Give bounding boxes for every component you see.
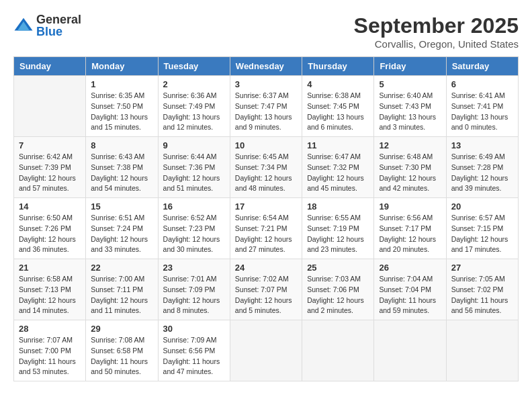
logo-general-text: General bbox=[36, 13, 81, 26]
calendar-day-cell: 22Sunrise: 7:00 AMSunset: 7:11 PMDayligh… bbox=[86, 259, 158, 320]
calendar-week-row: 7Sunrise: 6:42 AMSunset: 7:39 PMDaylight… bbox=[14, 137, 519, 198]
location-title: Corvallis, Oregon, United States bbox=[354, 38, 519, 50]
calendar-day-cell: 28Sunrise: 7:07 AMSunset: 7:00 PMDayligh… bbox=[14, 320, 86, 381]
day-number: 6 bbox=[451, 79, 513, 89]
day-info: Sunrise: 7:02 AMSunset: 7:07 PMDaylight:… bbox=[235, 274, 297, 316]
day-info: Sunrise: 6:55 AMSunset: 7:19 PMDaylight:… bbox=[307, 213, 369, 255]
day-number: 2 bbox=[163, 79, 225, 89]
day-info: Sunrise: 6:37 AMSunset: 7:47 PMDaylight:… bbox=[235, 91, 297, 133]
day-number: 19 bbox=[379, 201, 441, 212]
day-info: Sunrise: 6:45 AMSunset: 7:34 PMDaylight:… bbox=[235, 152, 297, 194]
day-number: 27 bbox=[451, 263, 513, 273]
day-info: Sunrise: 6:41 AMSunset: 7:41 PMDaylight:… bbox=[451, 91, 513, 133]
logo-text: General Blue bbox=[36, 13, 81, 38]
day-number: 17 bbox=[235, 201, 297, 212]
day-info: Sunrise: 7:00 AMSunset: 7:11 PMDaylight:… bbox=[91, 274, 152, 316]
weekday-header: Sunday bbox=[14, 57, 86, 76]
calendar-day-cell: 24Sunrise: 7:02 AMSunset: 7:07 PMDayligh… bbox=[230, 259, 302, 320]
calendar-day-cell: 19Sunrise: 6:56 AMSunset: 7:17 PMDayligh… bbox=[374, 198, 446, 259]
calendar-day-cell: 5Sunrise: 6:40 AMSunset: 7:43 PMDaylight… bbox=[374, 76, 446, 137]
day-info: Sunrise: 6:56 AMSunset: 7:17 PMDaylight:… bbox=[379, 213, 441, 255]
day-info: Sunrise: 6:43 AMSunset: 7:38 PMDaylight:… bbox=[91, 152, 152, 194]
calendar-day-cell: 11Sunrise: 6:47 AMSunset: 7:32 PMDayligh… bbox=[302, 137, 374, 198]
weekday-header: Wednesday bbox=[230, 57, 302, 76]
calendar-day-cell bbox=[374, 320, 446, 381]
day-number: 1 bbox=[91, 79, 152, 89]
calendar-day-cell: 13Sunrise: 6:49 AMSunset: 7:28 PMDayligh… bbox=[446, 137, 518, 198]
weekday-header: Monday bbox=[86, 57, 158, 76]
weekday-header: Saturday bbox=[446, 57, 518, 76]
day-info: Sunrise: 6:49 AMSunset: 7:28 PMDaylight:… bbox=[451, 152, 513, 194]
day-number: 12 bbox=[379, 140, 441, 150]
calendar-day-cell: 18Sunrise: 6:55 AMSunset: 7:19 PMDayligh… bbox=[302, 198, 374, 259]
calendar-day-cell: 10Sunrise: 6:45 AMSunset: 7:34 PMDayligh… bbox=[230, 137, 302, 198]
calendar-day-cell: 26Sunrise: 7:04 AMSunset: 7:04 PMDayligh… bbox=[374, 259, 446, 320]
day-number: 30 bbox=[163, 324, 225, 334]
day-info: Sunrise: 7:09 AMSunset: 6:56 PMDaylight:… bbox=[163, 335, 225, 377]
calendar-day-cell: 23Sunrise: 7:01 AMSunset: 7:09 PMDayligh… bbox=[158, 259, 230, 320]
day-number: 8 bbox=[91, 140, 152, 150]
day-number: 23 bbox=[163, 263, 225, 273]
calendar-day-cell bbox=[302, 320, 374, 381]
calendar-day-cell: 17Sunrise: 6:54 AMSunset: 7:21 PMDayligh… bbox=[230, 198, 302, 259]
logo-icon bbox=[13, 15, 34, 36]
day-number: 4 bbox=[307, 79, 369, 89]
logo-blue-text: Blue bbox=[36, 26, 81, 38]
day-info: Sunrise: 6:52 AMSunset: 7:23 PMDaylight:… bbox=[163, 213, 225, 255]
calendar-week-row: 21Sunrise: 6:58 AMSunset: 7:13 PMDayligh… bbox=[14, 259, 519, 320]
day-info: Sunrise: 6:50 AMSunset: 7:26 PMDaylight:… bbox=[19, 213, 81, 255]
day-number: 24 bbox=[235, 263, 297, 273]
day-number: 15 bbox=[91, 201, 152, 212]
day-info: Sunrise: 7:04 AMSunset: 7:04 PMDaylight:… bbox=[379, 274, 441, 316]
calendar-day-cell: 6Sunrise: 6:41 AMSunset: 7:41 PMDaylight… bbox=[446, 76, 518, 137]
day-info: Sunrise: 6:44 AMSunset: 7:36 PMDaylight:… bbox=[163, 152, 225, 194]
day-info: Sunrise: 6:38 AMSunset: 7:45 PMDaylight:… bbox=[307, 91, 369, 133]
calendar-day-cell: 16Sunrise: 6:52 AMSunset: 7:23 PMDayligh… bbox=[158, 198, 230, 259]
day-info: Sunrise: 6:54 AMSunset: 7:21 PMDaylight:… bbox=[235, 213, 297, 255]
day-info: Sunrise: 7:07 AMSunset: 7:00 PMDaylight:… bbox=[19, 335, 81, 377]
day-info: Sunrise: 7:05 AMSunset: 7:02 PMDaylight:… bbox=[451, 274, 513, 316]
day-number: 5 bbox=[379, 79, 441, 89]
calendar-header-row: SundayMondayTuesdayWednesdayThursdayFrid… bbox=[14, 57, 519, 76]
day-info: Sunrise: 7:03 AMSunset: 7:06 PMDaylight:… bbox=[307, 274, 369, 316]
calendar-day-cell bbox=[446, 320, 518, 381]
weekday-header: Friday bbox=[374, 57, 446, 76]
calendar-week-row: 1Sunrise: 6:35 AMSunset: 7:50 PMDaylight… bbox=[14, 76, 519, 137]
day-info: Sunrise: 7:08 AMSunset: 6:58 PMDaylight:… bbox=[91, 335, 152, 377]
day-info: Sunrise: 7:01 AMSunset: 7:09 PMDaylight:… bbox=[163, 274, 225, 316]
calendar-day-cell bbox=[14, 76, 86, 137]
day-info: Sunrise: 6:47 AMSunset: 7:32 PMDaylight:… bbox=[307, 152, 369, 194]
calendar-day-cell: 15Sunrise: 6:51 AMSunset: 7:24 PMDayligh… bbox=[86, 198, 158, 259]
day-info: Sunrise: 6:42 AMSunset: 7:39 PMDaylight:… bbox=[19, 152, 81, 194]
day-number: 25 bbox=[307, 263, 369, 273]
calendar-week-row: 14Sunrise: 6:50 AMSunset: 7:26 PMDayligh… bbox=[14, 198, 519, 259]
calendar-day-cell: 12Sunrise: 6:48 AMSunset: 7:30 PMDayligh… bbox=[374, 137, 446, 198]
title-block: September 2025 Corvallis, Oregon, United… bbox=[354, 13, 519, 50]
day-number: 18 bbox=[307, 201, 369, 212]
calendar-day-cell: 21Sunrise: 6:58 AMSunset: 7:13 PMDayligh… bbox=[14, 259, 86, 320]
calendar-day-cell: 30Sunrise: 7:09 AMSunset: 6:56 PMDayligh… bbox=[158, 320, 230, 381]
day-info: Sunrise: 6:36 AMSunset: 7:49 PMDaylight:… bbox=[163, 91, 225, 133]
day-info: Sunrise: 6:57 AMSunset: 7:15 PMDaylight:… bbox=[451, 213, 513, 255]
page-header: General Blue September 2025 Corvallis, O… bbox=[13, 13, 519, 50]
calendar-day-cell: 14Sunrise: 6:50 AMSunset: 7:26 PMDayligh… bbox=[14, 198, 86, 259]
calendar-day-cell: 7Sunrise: 6:42 AMSunset: 7:39 PMDaylight… bbox=[14, 137, 86, 198]
calendar-day-cell: 2Sunrise: 6:36 AMSunset: 7:49 PMDaylight… bbox=[158, 76, 230, 137]
calendar-day-cell: 4Sunrise: 6:38 AMSunset: 7:45 PMDaylight… bbox=[302, 76, 374, 137]
day-number: 10 bbox=[235, 140, 297, 150]
day-info: Sunrise: 6:51 AMSunset: 7:24 PMDaylight:… bbox=[91, 213, 152, 255]
calendar-day-cell: 8Sunrise: 6:43 AMSunset: 7:38 PMDaylight… bbox=[86, 137, 158, 198]
calendar-day-cell: 27Sunrise: 7:05 AMSunset: 7:02 PMDayligh… bbox=[446, 259, 518, 320]
weekday-header: Tuesday bbox=[158, 57, 230, 76]
calendar-table: SundayMondayTuesdayWednesdayThursdayFrid… bbox=[13, 56, 519, 381]
day-number: 26 bbox=[379, 263, 441, 273]
day-number: 21 bbox=[19, 263, 81, 273]
calendar-day-cell: 20Sunrise: 6:57 AMSunset: 7:15 PMDayligh… bbox=[446, 198, 518, 259]
day-info: Sunrise: 6:48 AMSunset: 7:30 PMDaylight:… bbox=[379, 152, 441, 194]
calendar-day-cell: 25Sunrise: 7:03 AMSunset: 7:06 PMDayligh… bbox=[302, 259, 374, 320]
calendar-day-cell bbox=[230, 320, 302, 381]
calendar-day-cell: 1Sunrise: 6:35 AMSunset: 7:50 PMDaylight… bbox=[86, 76, 158, 137]
month-title: September 2025 bbox=[354, 13, 519, 38]
day-number: 29 bbox=[91, 324, 152, 334]
day-number: 22 bbox=[91, 263, 152, 273]
